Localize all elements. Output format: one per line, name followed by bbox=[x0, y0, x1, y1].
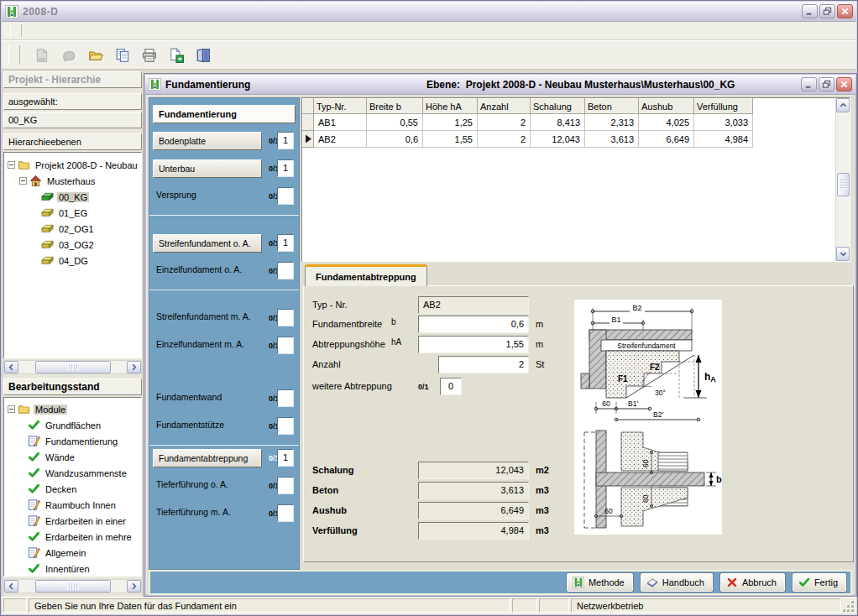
status-item-label[interactable]: Erdarbeiten in einer bbox=[44, 516, 128, 526]
nav-item-value[interactable] bbox=[277, 262, 294, 279]
nav-item-label[interactable]: Fundamentstütze bbox=[156, 420, 224, 430]
table-cell[interactable]: 4,984 bbox=[694, 131, 753, 148]
table-cell[interactable]: 6,649 bbox=[639, 131, 694, 148]
nav-item-button[interactable]: Bodenplatte bbox=[153, 132, 262, 150]
nav-item-value[interactable]: 1 bbox=[277, 159, 294, 177]
row-marker-cell[interactable] bbox=[303, 131, 314, 148]
status-tree-root[interactable]: Module bbox=[8, 401, 141, 417]
table-cell[interactable]: 0,55 bbox=[367, 114, 423, 131]
status-item-label[interactable]: Allgemein bbox=[44, 548, 87, 558]
table-cell[interactable]: AB2 bbox=[314, 131, 367, 148]
scroll-right-button[interactable] bbox=[127, 361, 141, 373]
handbuch-button[interactable]: Handbuch bbox=[640, 572, 714, 593]
tree-node-label[interactable]: 02_OG1 bbox=[57, 224, 96, 234]
row-marker-cell[interactable] bbox=[303, 114, 314, 131]
scroll-down-button[interactable] bbox=[836, 247, 850, 261]
tree-node-label[interactable]: 04_DG bbox=[57, 256, 90, 266]
scroll-left-button[interactable] bbox=[4, 580, 18, 593]
hierarchy-tree-item[interactable]: 02_OG1 bbox=[8, 221, 141, 237]
resize-grip[interactable] bbox=[843, 598, 855, 613]
toolbar-button[interactable] bbox=[112, 45, 133, 65]
nav-item-label[interactable]: Streifenfundament m. A. bbox=[156, 311, 251, 321]
nav-item-value[interactable]: 1 bbox=[277, 132, 294, 149]
table-cell[interactable]: 2,313 bbox=[585, 114, 639, 131]
status-tree-item[interactable]: Fundamentierung bbox=[8, 433, 141, 449]
scroll-thumb[interactable] bbox=[35, 580, 111, 593]
module-maximize-button[interactable] bbox=[819, 77, 834, 91]
column-header[interactable]: Typ-Nr. bbox=[314, 99, 367, 114]
column-header[interactable]: Schalung bbox=[531, 99, 585, 114]
close-button[interactable] bbox=[837, 4, 853, 18]
table-vscrollbar[interactable] bbox=[835, 98, 850, 261]
nav-item-value[interactable] bbox=[277, 477, 294, 494]
menu-item[interactable] bbox=[27, 29, 40, 33]
toolbar-button[interactable] bbox=[166, 45, 186, 65]
methode-button[interactable]: Methode bbox=[566, 572, 634, 593]
minimize-button[interactable] bbox=[802, 4, 818, 18]
hierarchy-hscrollbar[interactable] bbox=[3, 360, 142, 374]
tab-fundamentabtreppung[interactable]: Fundamentabtreppung bbox=[305, 264, 427, 286]
toolbar-button[interactable] bbox=[86, 45, 106, 65]
column-header[interactable]: Breite b bbox=[367, 99, 423, 114]
table-cell[interactable]: 3,033 bbox=[694, 114, 753, 131]
hierarchy-tree-item[interactable]: 01_EG bbox=[8, 205, 141, 221]
menu-item[interactable] bbox=[54, 29, 67, 33]
menu-item[interactable] bbox=[107, 29, 121, 33]
table-cell[interactable]: 8,413 bbox=[531, 114, 585, 131]
table-cell[interactable]: 1,55 bbox=[423, 131, 478, 148]
tree-node-label[interactable]: 00_KG bbox=[57, 192, 89, 202]
menu-item[interactable] bbox=[134, 29, 148, 33]
nav-item-label[interactable]: Tieferführung m. A. bbox=[156, 507, 231, 517]
nav-item-button[interactable]: Unterbau bbox=[153, 159, 262, 178]
menu-item[interactable] bbox=[67, 29, 81, 33]
nav-item-value[interactable]: 1 bbox=[277, 234, 294, 252]
scroll-thumb[interactable] bbox=[837, 173, 850, 196]
status-tree-item[interactable]: Innentüren bbox=[8, 561, 141, 577]
status-tree-item[interactable]: Erdarbeiten in einer bbox=[8, 513, 141, 529]
module-close-button[interactable] bbox=[836, 77, 852, 91]
status-item-label[interactable]: Raumbuch Innen bbox=[44, 500, 118, 510]
nav-item-label[interactable]: Tieferführung o. A. bbox=[156, 479, 228, 489]
column-header[interactable]: Verfüllung bbox=[694, 99, 753, 114]
column-header[interactable]: Höhe hA bbox=[423, 99, 478, 114]
status-item-label[interactable]: Decken bbox=[44, 484, 78, 494]
nav-item-label[interactable]: Fundamentwand bbox=[156, 392, 222, 402]
hoehe-input[interactable]: 1,55 bbox=[418, 336, 529, 353]
hierarchy-tree-item[interactable]: 04_DG bbox=[8, 253, 141, 269]
nav-item-value[interactable] bbox=[277, 417, 294, 435]
table-cell[interactable]: 12,043 bbox=[531, 131, 585, 148]
nav-item-value[interactable]: 1 bbox=[277, 449, 294, 467]
restore-button[interactable] bbox=[819, 4, 835, 18]
nav-item-label[interactable]: Versprung bbox=[156, 190, 196, 200]
status-tree-item[interactable]: Wandzusammenste bbox=[8, 465, 141, 481]
tree-node-label[interactable]: Musterhaus bbox=[45, 176, 97, 186]
tree-node-label[interactable]: 03_OG2 bbox=[57, 240, 96, 250]
status-tree-item[interactable]: Wände bbox=[8, 449, 141, 465]
column-header[interactable]: Beton bbox=[585, 99, 639, 114]
scroll-right-button[interactable] bbox=[127, 580, 141, 593]
toolbar-button[interactable] bbox=[193, 45, 213, 65]
table-cell[interactable]: 0,6 bbox=[367, 131, 423, 148]
scroll-up-button[interactable] bbox=[836, 98, 850, 112]
table-row[interactable]: AB10,551,2528,4132,3134,0253,033 bbox=[303, 114, 753, 131]
nav-item-value[interactable] bbox=[277, 504, 294, 522]
nav-item-value[interactable] bbox=[277, 389, 294, 407]
table-row[interactable]: AB20,61,55212,0433,6136,6494,984 bbox=[303, 131, 753, 148]
scroll-thumb[interactable] bbox=[35, 361, 111, 373]
status-item-label[interactable]: Wandzusammenste bbox=[44, 468, 128, 478]
hierarchy-tree-item[interactable]: 03_OG2 bbox=[8, 237, 141, 253]
status-tree-item[interactable]: Allgemein bbox=[8, 545, 141, 561]
tree-expander-icon[interactable] bbox=[8, 161, 15, 169]
weitere-input[interactable]: 0 bbox=[440, 378, 462, 395]
hierarchy-tree-item[interactable]: Projekt 2008-D - Neubau bbox=[8, 157, 141, 173]
menu-item[interactable] bbox=[40, 29, 54, 33]
menu-item[interactable] bbox=[94, 29, 107, 33]
fertig-button[interactable]: Fertig bbox=[792, 572, 847, 593]
status-tree-item[interactable]: Erdarbeiten in mehre bbox=[8, 529, 141, 545]
tree-node-label[interactable]: Module bbox=[34, 405, 67, 415]
nav-item-value[interactable] bbox=[277, 309, 294, 326]
status-item-label[interactable]: Erdarbeiten in mehre bbox=[44, 532, 133, 542]
nav-item-button[interactable]: Fundamentabtreppung bbox=[153, 449, 262, 467]
tree-node-label[interactable]: 01_EG bbox=[57, 208, 89, 218]
status-hscrollbar[interactable] bbox=[3, 579, 142, 593]
